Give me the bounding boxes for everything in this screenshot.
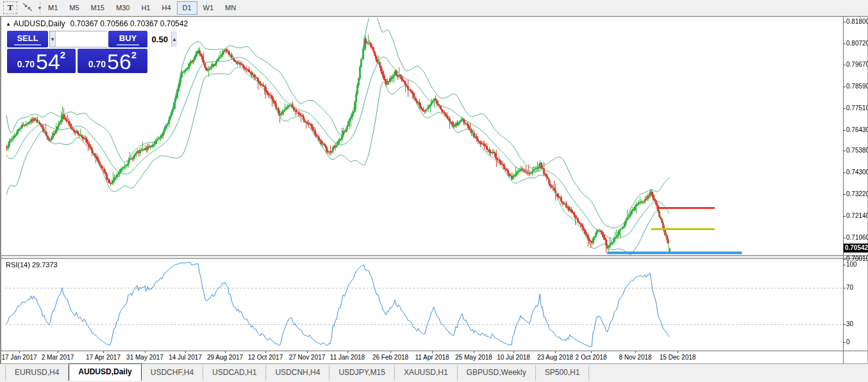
rsi-indicator-canvas[interactable] <box>5 259 843 351</box>
chart-tab-gbpusd-weekly[interactable]: GBPUSD,Weekly <box>458 365 536 381</box>
price-axis-tick <box>843 216 846 217</box>
chart-tab-eurusd-h4[interactable]: EURUSD,H4 <box>5 365 69 381</box>
collapse-triangle-icon[interactable]: ▲ <box>6 21 11 27</box>
rsi-axis-label: 70 <box>846 284 853 291</box>
buy-button[interactable]: BUY <box>108 31 147 47</box>
date-axis-tick <box>307 351 308 353</box>
sell-price-prefix: 0.70 <box>17 59 35 69</box>
date-axis-label: 2 Oct 2018 <box>576 354 607 361</box>
date-axis-label: 12 Oct 2017 <box>248 354 283 361</box>
price-axis-label: 0.80720 <box>846 40 868 47</box>
sell-price-display[interactable]: 0.70 54 2 <box>7 49 76 73</box>
date-axis-tick <box>474 351 474 353</box>
date-axis-tick <box>185 351 186 353</box>
buy-button-label: BUY <box>117 33 139 46</box>
chart-tab-usdcnh-h4[interactable]: USDCNH,H4 <box>266 365 330 381</box>
price-axis-tick <box>843 65 846 65</box>
price-axis-tick <box>843 259 846 260</box>
rsi-axis-tick <box>843 288 846 288</box>
date-axis-tick <box>145 351 146 353</box>
timeframe-button-m15[interactable]: M15 <box>85 1 110 15</box>
timeframe-button-m5[interactable]: M5 <box>63 1 85 15</box>
date-axis-tick <box>225 351 226 353</box>
chart-tab-bar: EURUSD,H4AUDUSD,DailyUSDCHF,H4USDCAD,H1U… <box>0 363 868 382</box>
price-axis-label: 0.77510 <box>846 104 868 112</box>
arrow-nw-icon: ↖ <box>27 5 33 13</box>
chart-tab-usdcad-h1[interactable]: USDCAD,H1 <box>203 365 266 381</box>
rsi-axis-tick <box>843 265 846 265</box>
timeframe-button-m1[interactable]: M1 <box>42 1 63 15</box>
price-axis-label: 0.78590 <box>846 83 868 90</box>
date-axis-label: 31 May 2017 <box>126 354 163 361</box>
current-price-tag: 0.70542 <box>844 244 868 253</box>
arrows-tool-button[interactable]: ↘ ↖ <box>20 1 37 14</box>
date-axis-border <box>1 351 868 351</box>
buy-price-pip-digit: 2 <box>131 49 137 60</box>
text-tool-button[interactable]: T <box>3 1 17 14</box>
price-axis-label: 0.79670 <box>846 61 868 68</box>
price-axis-label: 0.75380 <box>846 147 868 154</box>
chart-tab-usdjpy-m15[interactable]: USDJPY,M15 <box>330 365 394 381</box>
date-axis-tick <box>19 351 20 353</box>
date-axis-tick <box>347 351 348 353</box>
date-axis-tick <box>432 351 433 353</box>
pane-splitter <box>1 258 868 259</box>
price-axis-label: 0.76430 <box>846 126 868 133</box>
date-axis-label: 17 Apr 2017 <box>86 354 121 361</box>
price-axis-tick <box>843 22 846 22</box>
date-axis-label: 10 Jul 2018 <box>497 354 530 361</box>
chart-tab-usdchf-h4[interactable]: USDCHF,H4 <box>142 365 203 381</box>
date-axis-tick <box>265 351 266 353</box>
sell-button[interactable]: SELL <box>7 31 48 47</box>
chart-tab-sp500-h1[interactable]: SP500,H1 <box>536 365 590 381</box>
timeframe-buttons: M1M5M15M30H1H4D1W1MN <box>42 1 242 15</box>
sell-button-label: SELL <box>14 33 40 46</box>
metatrader-app: T ↘ ↖ ▾ M1M5M15M30H1H4D1W1MN ▲AUDUSD,Dai… <box>0 0 868 382</box>
rsi-axis-tick <box>843 324 846 325</box>
rsi-axis-tick <box>843 342 846 343</box>
date-axis-tick <box>58 351 58 353</box>
date-axis-label: 26 Feb 2018 <box>372 354 408 361</box>
price-axis-tick <box>843 151 846 151</box>
date-axis-label: 2 Mar 2017 <box>42 354 74 361</box>
price-axis-tick <box>843 87 846 87</box>
buy-price-display[interactable]: 0.70 56 2 <box>78 49 147 73</box>
date-axis-label: 27 Nov 2017 <box>289 354 326 361</box>
timeframe-button-d1[interactable]: D1 <box>177 1 197 15</box>
chart-ohlc-values: 0.70367 0.70566 0.70367 0.70542 <box>71 19 188 28</box>
chart-title: ▲AUDUSD,Daily0.70367 0.70566 0.70367 0.7… <box>6 19 188 28</box>
price-axis-tick <box>843 238 846 238</box>
chart-tab-xauusd-h1[interactable]: XAUUSD,H1 <box>395 365 458 381</box>
date-axis-label: 11 Apr 2018 <box>415 354 449 361</box>
price-axis-tick <box>843 130 846 131</box>
date-axis-tick <box>678 351 678 353</box>
chart-symbol-label: AUDUSD,Daily <box>13 19 65 28</box>
date-axis-label: 25 May 2018 <box>455 354 492 361</box>
date-axis-label: 29 Aug 2017 <box>207 354 243 361</box>
volume-increase-icon[interactable]: ▲ <box>171 31 177 47</box>
volume-decrease-icon[interactable]: ▼ <box>50 31 56 47</box>
volume-spinner: ▼ ▲ <box>49 31 107 47</box>
timeframe-button-mn[interactable]: MN <box>219 1 242 15</box>
timeframe-button-h1[interactable]: H1 <box>135 1 156 15</box>
date-axis-label: 11 Jan 2018 <box>330 354 365 361</box>
rsi-axis-label: 0 <box>846 338 850 345</box>
timeframe-button-m30[interactable]: M30 <box>110 1 135 15</box>
date-axis-label: 8 Nov 2018 <box>619 354 651 361</box>
date-axis-tick <box>103 351 104 353</box>
price-axis-label: 0.81800 <box>846 18 868 25</box>
chart-tab-audusd-daily[interactable]: AUDUSD,Daily <box>69 363 141 381</box>
date-axis-label: 15 Dec 2018 <box>660 354 696 361</box>
price-axis-label: 0.72140 <box>846 212 868 219</box>
one-click-trade-panel: SELL ▼ ▲ BUY 0.70 54 2 0.70 56 2 <box>7 31 147 73</box>
date-axis-tick <box>390 351 391 353</box>
date-axis-label: 17 Jan 2017 <box>1 354 37 361</box>
date-axis-tick <box>513 351 514 353</box>
price-axis-label: 0.71060 <box>846 234 868 241</box>
timeframe-button-w1[interactable]: W1 <box>197 1 220 15</box>
price-axis-label: 0.74300 <box>846 169 868 176</box>
date-axis-label: 23 Aug 2018 <box>537 354 573 361</box>
date-axis-tick <box>591 351 592 353</box>
timeframe-button-h4[interactable]: H4 <box>156 1 176 15</box>
chart-window: ▲AUDUSD,Daily0.70367 0.70566 0.70367 0.7… <box>0 16 868 363</box>
